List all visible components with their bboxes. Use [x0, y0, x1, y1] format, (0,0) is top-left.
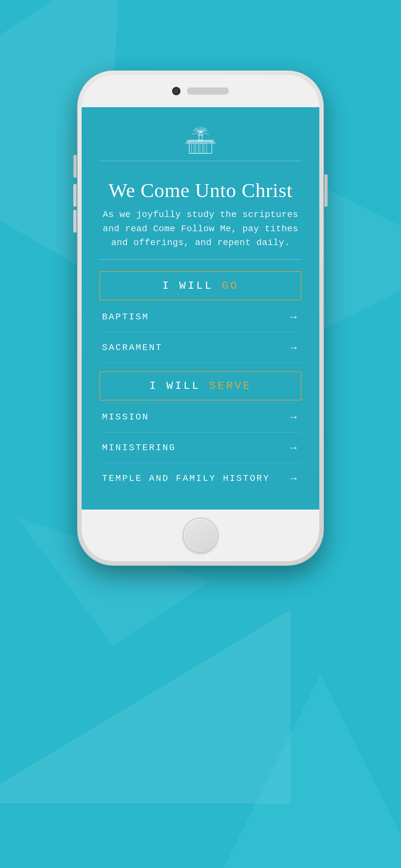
temple-icon [183, 123, 218, 156]
serve-label: I WILL SERVE [150, 380, 252, 392]
temple-family-history-label: TEMPLE AND FAMILY HISTORY [102, 473, 270, 484]
phone-outer-shell: We Come Unto Christ As we joyfully study… [78, 71, 323, 565]
temple-icon-wrap [99, 123, 302, 161]
svg-rect-14 [200, 144, 203, 153]
front-camera-icon [172, 87, 181, 95]
main-heading: We Come Unto Christ [109, 179, 292, 201]
home-button[interactable] [183, 518, 218, 553]
phone-inner: We Come Unto Christ As we joyfully study… [82, 75, 319, 561]
phone-bottom [82, 509, 319, 561]
svg-rect-15 [204, 144, 207, 153]
svg-rect-12 [191, 144, 194, 153]
ministering-label: MINISTERING [102, 443, 176, 453]
sacrament-menu-item[interactable]: SACRAMENT → [99, 332, 302, 363]
go-section-button[interactable]: I WILL GO [99, 271, 302, 300]
sacrament-label: SACRAMENT [102, 343, 162, 352]
temple-family-history-arrow-icon: → [288, 472, 299, 485]
svg-rect-13 [196, 144, 198, 153]
phone-mockup: We Come Unto Christ As we joyfully study… [78, 71, 323, 565]
sacrament-arrow-icon: → [288, 341, 299, 353]
mission-menu-item[interactable]: MISSION → [99, 402, 302, 432]
phone-screen: We Come Unto Christ As we joyfully study… [82, 107, 319, 509]
mission-label: MISSION [102, 412, 149, 422]
baptism-arrow-icon: → [288, 311, 299, 323]
temple-family-history-menu-item[interactable]: TEMPLE AND FAMILY HISTORY → [99, 463, 302, 493]
ministering-menu-item[interactable]: MINISTERING → [99, 432, 302, 463]
screen-content: We Come Unto Christ As we joyfully study… [82, 107, 319, 509]
baptism-label: BAPTISM [102, 312, 149, 322]
sub-text: As we joyfully study the scriptures and … [99, 208, 302, 250]
phone-topbar [82, 75, 319, 107]
svg-rect-11 [189, 141, 212, 153]
speaker-icon [187, 88, 229, 95]
ministering-arrow-icon: → [288, 441, 299, 454]
mission-arrow-icon: → [288, 411, 299, 423]
top-divider [99, 161, 302, 161]
baptism-menu-item[interactable]: BAPTISM → [99, 302, 302, 332]
go-label: I WILL GO [162, 280, 239, 292]
serve-section-button[interactable]: I WILL SERVE [99, 371, 302, 400]
